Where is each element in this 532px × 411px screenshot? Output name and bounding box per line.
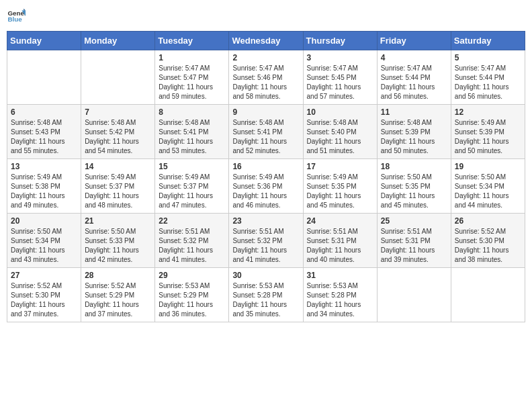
day-info: Sunrise: 5:51 AM Sunset: 5:31 PM Dayligh… (381, 227, 447, 265)
day-number: 30 (232, 271, 299, 280)
day-info: Sunrise: 5:48 AM Sunset: 5:40 PM Dayligh… (307, 118, 373, 156)
day-info: Sunrise: 5:53 AM Sunset: 5:29 PM Dayligh… (159, 281, 225, 319)
calendar-cell (7, 50, 81, 105)
day-number: 16 (232, 162, 299, 171)
day-number: 13 (11, 162, 77, 171)
calendar-cell: 12Sunrise: 5:49 AM Sunset: 5:39 PM Dayli… (451, 105, 525, 159)
calendar-cell: 1Sunrise: 5:47 AM Sunset: 5:47 PM Daylig… (155, 50, 229, 105)
day-info: Sunrise: 5:50 AM Sunset: 5:35 PM Dayligh… (381, 173, 447, 210)
calendar-cell: 22Sunrise: 5:51 AM Sunset: 5:32 PM Dayli… (155, 214, 229, 268)
day-header-tuesday: Tuesday (155, 32, 229, 50)
calendar-cell: 9Sunrise: 5:48 AM Sunset: 5:41 PM Daylig… (229, 105, 303, 159)
calendar-cell: 15Sunrise: 5:49 AM Sunset: 5:37 PM Dayli… (155, 159, 229, 214)
day-info: Sunrise: 5:47 AM Sunset: 5:46 PM Dayligh… (232, 64, 299, 101)
day-number: 8 (159, 107, 225, 117)
day-info: Sunrise: 5:47 AM Sunset: 5:47 PM Dayligh… (159, 64, 225, 101)
day-info: Sunrise: 5:47 AM Sunset: 5:44 PM Dayligh… (381, 64, 447, 101)
calendar-cell: 11Sunrise: 5:48 AM Sunset: 5:39 PM Dayli… (377, 105, 451, 159)
day-number: 9 (232, 107, 299, 117)
day-number: 31 (307, 271, 373, 280)
day-header-monday: Monday (81, 32, 155, 50)
day-number: 26 (455, 216, 521, 226)
day-number: 17 (307, 162, 373, 171)
day-info: Sunrise: 5:48 AM Sunset: 5:39 PM Dayligh… (381, 118, 447, 156)
day-number: 12 (455, 107, 521, 117)
day-info: Sunrise: 5:52 AM Sunset: 5:29 PM Dayligh… (85, 281, 151, 319)
calendar: SundayMondayTuesdayWednesdayThursdayFrid… (7, 31, 525, 322)
day-number: 24 (307, 216, 373, 226)
day-number: 15 (159, 162, 225, 171)
day-info: Sunrise: 5:49 AM Sunset: 5:35 PM Dayligh… (307, 173, 373, 210)
day-info: Sunrise: 5:51 AM Sunset: 5:31 PM Dayligh… (307, 227, 373, 265)
calendar-cell: 7Sunrise: 5:48 AM Sunset: 5:42 PM Daylig… (81, 105, 155, 159)
day-number: 21 (85, 216, 151, 226)
day-info: Sunrise: 5:49 AM Sunset: 5:37 PM Dayligh… (85, 173, 151, 210)
day-number: 19 (455, 162, 521, 171)
calendar-week-3: 13Sunrise: 5:49 AM Sunset: 5:38 PM Dayli… (7, 159, 525, 214)
day-number: 14 (85, 162, 151, 171)
day-info: Sunrise: 5:51 AM Sunset: 5:32 PM Dayligh… (159, 227, 225, 265)
calendar-week-2: 6Sunrise: 5:48 AM Sunset: 5:43 PM Daylig… (7, 105, 525, 159)
calendar-cell (451, 268, 525, 322)
day-info: Sunrise: 5:53 AM Sunset: 5:28 PM Dayligh… (232, 281, 299, 319)
day-info: Sunrise: 5:49 AM Sunset: 5:36 PM Dayligh… (232, 173, 299, 210)
calendar-week-5: 27Sunrise: 5:52 AM Sunset: 5:30 PM Dayli… (7, 268, 525, 322)
day-header-sunday: Sunday (7, 32, 81, 50)
day-number: 4 (381, 53, 447, 62)
day-info: Sunrise: 5:51 AM Sunset: 5:32 PM Dayligh… (232, 227, 299, 265)
calendar-cell: 26Sunrise: 5:52 AM Sunset: 5:30 PM Dayli… (451, 214, 525, 268)
day-info: Sunrise: 5:47 AM Sunset: 5:44 PM Dayligh… (455, 64, 521, 101)
calendar-cell: 24Sunrise: 5:51 AM Sunset: 5:31 PM Dayli… (303, 214, 377, 268)
calendar-cell: 28Sunrise: 5:52 AM Sunset: 5:29 PM Dayli… (81, 268, 155, 322)
calendar-cell: 14Sunrise: 5:49 AM Sunset: 5:37 PM Dayli… (81, 159, 155, 214)
day-info: Sunrise: 5:47 AM Sunset: 5:45 PM Dayligh… (307, 64, 373, 101)
day-info: Sunrise: 5:50 AM Sunset: 5:33 PM Dayligh… (85, 227, 151, 265)
calendar-cell: 31Sunrise: 5:53 AM Sunset: 5:28 PM Dayli… (303, 268, 377, 322)
day-number: 1 (159, 53, 225, 62)
day-header-thursday: Thursday (303, 32, 377, 50)
day-info: Sunrise: 5:49 AM Sunset: 5:38 PM Dayligh… (11, 173, 77, 210)
day-info: Sunrise: 5:48 AM Sunset: 5:41 PM Dayligh… (232, 118, 299, 156)
calendar-cell: 8Sunrise: 5:48 AM Sunset: 5:41 PM Daylig… (155, 105, 229, 159)
calendar-cell: 30Sunrise: 5:53 AM Sunset: 5:28 PM Dayli… (229, 268, 303, 322)
day-number: 23 (232, 216, 299, 226)
day-info: Sunrise: 5:53 AM Sunset: 5:28 PM Dayligh… (307, 281, 373, 319)
calendar-cell: 27Sunrise: 5:52 AM Sunset: 5:30 PM Dayli… (7, 268, 81, 322)
calendar-cell: 5Sunrise: 5:47 AM Sunset: 5:44 PM Daylig… (451, 50, 525, 105)
calendar-cell: 13Sunrise: 5:49 AM Sunset: 5:38 PM Dayli… (7, 159, 81, 214)
day-info: Sunrise: 5:48 AM Sunset: 5:41 PM Dayligh… (159, 118, 225, 156)
day-number: 7 (85, 107, 151, 117)
day-info: Sunrise: 5:48 AM Sunset: 5:42 PM Dayligh… (85, 118, 151, 156)
calendar-cell: 20Sunrise: 5:50 AM Sunset: 5:34 PM Dayli… (7, 214, 81, 268)
calendar-cell: 10Sunrise: 5:48 AM Sunset: 5:40 PM Dayli… (303, 105, 377, 159)
day-number: 6 (11, 107, 77, 117)
calendar-cell: 18Sunrise: 5:50 AM Sunset: 5:35 PM Dayli… (377, 159, 451, 214)
day-info: Sunrise: 5:52 AM Sunset: 5:30 PM Dayligh… (455, 227, 521, 265)
day-number: 29 (159, 271, 225, 280)
day-info: Sunrise: 5:48 AM Sunset: 5:43 PM Dayligh… (11, 118, 77, 156)
day-number: 25 (381, 216, 447, 226)
calendar-cell: 19Sunrise: 5:50 AM Sunset: 5:34 PM Dayli… (451, 159, 525, 214)
calendar-cell: 16Sunrise: 5:49 AM Sunset: 5:36 PM Dayli… (229, 159, 303, 214)
calendar-cell: 23Sunrise: 5:51 AM Sunset: 5:32 PM Dayli… (229, 214, 303, 268)
calendar-cell: 25Sunrise: 5:51 AM Sunset: 5:31 PM Dayli… (377, 214, 451, 268)
calendar-header-row: SundayMondayTuesdayWednesdayThursdayFrid… (7, 32, 525, 50)
svg-text:Blue: Blue (7, 15, 22, 23)
logo-icon: General Blue (7, 7, 26, 26)
logo: General Blue (7, 7, 28, 26)
calendar-cell: 6Sunrise: 5:48 AM Sunset: 5:43 PM Daylig… (7, 105, 81, 159)
calendar-cell: 2Sunrise: 5:47 AM Sunset: 5:46 PM Daylig… (229, 50, 303, 105)
calendar-cell: 21Sunrise: 5:50 AM Sunset: 5:33 PM Dayli… (81, 214, 155, 268)
day-info: Sunrise: 5:52 AM Sunset: 5:30 PM Dayligh… (11, 281, 77, 319)
calendar-cell: 17Sunrise: 5:49 AM Sunset: 5:35 PM Dayli… (303, 159, 377, 214)
day-number: 28 (85, 271, 151, 280)
day-number: 10 (307, 107, 373, 117)
calendar-week-4: 20Sunrise: 5:50 AM Sunset: 5:34 PM Dayli… (7, 214, 525, 268)
day-info: Sunrise: 5:50 AM Sunset: 5:34 PM Dayligh… (11, 227, 77, 265)
calendar-cell (377, 268, 451, 322)
day-number: 18 (381, 162, 447, 171)
day-number: 20 (11, 216, 77, 226)
day-number: 22 (159, 216, 225, 226)
day-header-saturday: Saturday (451, 32, 525, 50)
day-header-friday: Friday (377, 32, 451, 50)
